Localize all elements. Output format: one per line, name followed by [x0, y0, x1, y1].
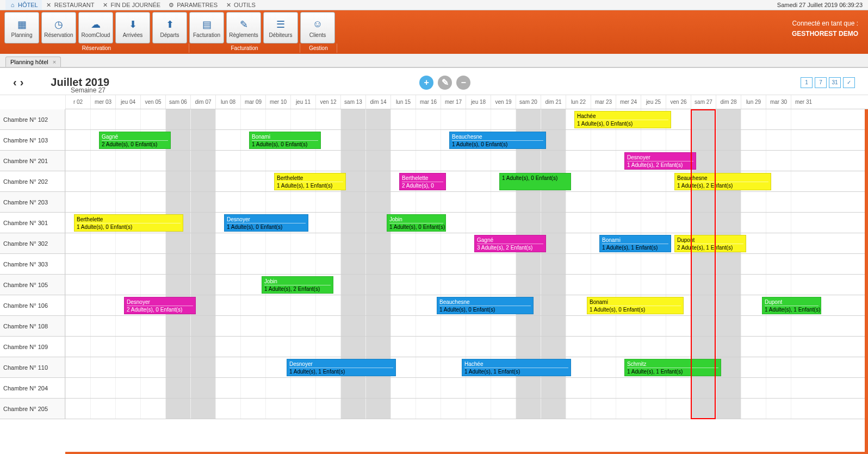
day-header-cell: mar 16 [416, 95, 441, 109]
ribbon-group-facturation: Facturation [189, 43, 300, 53]
add-reservation-button[interactable]: + [419, 76, 433, 90]
current-datetime: Samedi 27 Juillet 2019 06:39:23 [777, 2, 863, 8]
right-scrollbar[interactable] [865, 109, 868, 454]
ribbon-icon: ▤ [199, 18, 214, 31]
ribbon-button-label: Réservation [44, 32, 73, 38]
ribbon-button-label: Arrivées [123, 32, 143, 38]
ribbon-button-label: Départs [160, 32, 179, 38]
reservation-occupancy: 1 Adulte(s), 2 Enfant(s) [677, 182, 768, 189]
next-month-button[interactable]: › [20, 76, 24, 89]
week-label: Semaine 27 [71, 86, 106, 94]
menu-icon: ⌂ [9, 2, 16, 8]
reservation-guest-name: Desnoyer [289, 360, 393, 368]
tab-close-button[interactable]: × [53, 59, 56, 65]
reservation-event[interactable]: Desnoyer1 Adulte(s), 0 Enfant(s) [224, 214, 308, 232]
day-header-cell: lun 29 [741, 95, 766, 109]
day-header-cell: mer 03 [90, 95, 115, 109]
menu-item-label: OUTILS [234, 2, 256, 8]
reservation-event[interactable]: Schmitz1 Adulte(s), 1 Enfant(s) [624, 359, 721, 376]
tab-planning-hotel[interactable]: Planning hôtel × [5, 57, 61, 67]
ribbon-icon: ✎ [236, 18, 251, 31]
menu-fin-de-journée[interactable]: ✕FIN DE JOURNÉE [98, 0, 164, 10]
reservation-occupancy: 1 Adulte(s), 1 Enfant(s) [277, 182, 343, 189]
ribbon-icon: ☁ [88, 18, 103, 31]
reservation-event[interactable]: Beauchesne1 Adulte(s), 0 Enfant(s) [437, 297, 534, 314]
room-label: Chambre N° 205 [0, 399, 65, 419]
reservation-event[interactable]: Berthelette1 Adulte(s), 1 Enfant(s) [274, 173, 346, 190]
menu-icon: ⚙ [168, 2, 175, 8]
room-label: Chambre N° 202 [0, 171, 65, 192]
view-button-1[interactable]: 1 [801, 77, 813, 88]
reservation-occupancy: 1 Adulte(s), 1 Enfant(s) [464, 368, 568, 375]
room-label: Chambre N° 302 [0, 233, 65, 254]
menu-item-label: FIN DE JOURNÉE [110, 2, 160, 8]
ribbon-button-label: Règlements [229, 32, 258, 38]
reservation-event[interactable]: Beauchesne1 Adulte(s), 2 Enfant(s) [674, 173, 771, 190]
reservation-event[interactable]: Berthelette1 Adulte(s), 0 Enfant(s) [74, 214, 183, 232]
bottom-scrollbar[interactable] [65, 452, 865, 454]
reservation-event[interactable]: Bonami1 Adulte(s), 0 Enfant(s) [249, 132, 321, 149]
ribbon-icon: ⬆ [162, 18, 177, 31]
ribbon-roomcloud[interactable]: ☁RoomCloud [78, 12, 113, 43]
ribbon-arrivees[interactable]: ⬇Arrivées [115, 12, 150, 43]
room-label: Chambre N° 105 [0, 275, 65, 295]
reservation-occupancy: 2 Adulte(s), 1 Enfant(s) [677, 244, 743, 251]
day-header-row: r 02mer 03jeu 04ven 05sam 06dim 07lun 08… [65, 95, 868, 109]
reservation-guest-name: Desnoyer [127, 298, 193, 306]
menu-hôtel[interactable]: ⌂HÔTEL [5, 0, 42, 10]
ribbon-reservation[interactable]: ◷Réservation [41, 12, 76, 43]
connected-user: GESTHOREST DEMO [792, 29, 858, 39]
reservation-occupancy: 1 Adulte(s), 2 Enfant(s) [627, 161, 693, 169]
reservation-event[interactable]: Desnoyer1 Adulte(s), 2 Enfant(s) [624, 152, 696, 170]
reservation-guest-name: Dupont [765, 298, 819, 306]
reservation-guest-name: Hachée [464, 360, 568, 368]
reservation-event[interactable]: Gagné2 Adulte(s), 0 Enfant(s) [99, 132, 171, 149]
day-header-cell: ven 19 [491, 95, 516, 109]
view-button-31[interactable]: 31 [829, 77, 841, 88]
reservation-event[interactable]: Hachée1 Adulte(s), 1 Enfant(s) [462, 359, 571, 376]
menu-parametres[interactable]: ⚙PARAMETRES [164, 0, 221, 10]
reservation-occupancy: 3 Adulte(s), 2 Enfant(s) [477, 244, 543, 251]
reservation-event[interactable]: 1 Adulte(s), 0 Enfant(s) [499, 173, 571, 190]
view-button-✓[interactable]: ✓ [843, 77, 855, 88]
ribbon-debiteurs[interactable]: ☰Débiteurs [263, 12, 298, 43]
reservation-occupancy: 1 Adulte(s), 0 Enfant(s) [227, 223, 306, 231]
edit-reservation-button[interactable]: ✎ [438, 76, 452, 90]
reservation-event[interactable]: Berthelette2 Adulte(s), 0 [399, 173, 446, 190]
reservation-event[interactable]: Dupont2 Adulte(s), 1 Enfant(s) [674, 235, 746, 252]
prev-month-button[interactable]: ‹ [13, 76, 17, 89]
reservation-event[interactable]: Beauchesne1 Adulte(s), 0 Enfant(s) [449, 132, 546, 149]
day-header-cell: jeu 04 [115, 95, 140, 109]
reservation-event[interactable]: Gagné3 Adulte(s), 2 Enfant(s) [474, 235, 546, 252]
reservation-guest-name: Gagné [477, 237, 543, 244]
ribbon-icon: ▦ [14, 18, 29, 31]
reservation-occupancy: 1 Adulte(s), 0 Enfant(s) [439, 306, 531, 313]
reservation-event[interactable]: Bonami1 Adulte(s), 0 Enfant(s) [587, 297, 684, 314]
menu-outils[interactable]: ✕OUTILS [221, 0, 259, 10]
delete-reservation-button[interactable]: − [456, 76, 470, 90]
reservation-event[interactable]: Dupont1 Adulte(s), 1 Enfant(s) [762, 297, 821, 314]
reservation-guest-name: Jobin [389, 216, 443, 223]
room-label: Chambre N° 106 [0, 295, 65, 316]
reservation-event[interactable]: Desnoyer1 Adulte(s), 1 Enfant(s) [287, 359, 396, 376]
reservation-event[interactable]: Jobin1 Adulte(s), 0 Enfant(s) [387, 214, 446, 232]
reservation-event[interactable]: Hachée1 Adulte(s), 0 Enfant(s) [574, 111, 671, 128]
ribbon-departs[interactable]: ⬆Départs [152, 12, 187, 43]
reservation-occupancy: 1 Adulte(s), 2 Enfant(s) [264, 285, 331, 293]
day-header-cell: mar 30 [766, 95, 791, 109]
room-label: Chambre N° 204 [0, 378, 65, 399]
reservation-event[interactable]: Bonami1 Adulte(s), 1 Enfant(s) [599, 235, 671, 252]
ribbon-reglements[interactable]: ✎Règlements [226, 12, 261, 43]
connected-label: Connecté en tant que : [792, 18, 858, 29]
room-label: Chambre N° 301 [0, 213, 65, 233]
reservation-event[interactable]: Desnoyer2 Adulte(s), 0 Enfant(s) [124, 297, 196, 314]
menu-restaurant[interactable]: ✕RESTAURANT [42, 0, 98, 10]
ribbon-planning[interactable]: ▦Planning [4, 12, 39, 43]
reservation-event[interactable]: Jobin1 Adulte(s), 2 Enfant(s) [262, 276, 333, 294]
ribbon-facturation[interactable]: ▤Facturation [189, 12, 224, 43]
reservation-guest-name: Desnoyer [627, 154, 693, 161]
menu-item-label: PARAMETRES [177, 2, 218, 8]
ribbon-clients[interactable]: ☺Clients [300, 12, 335, 43]
view-button-7[interactable]: 7 [815, 77, 827, 88]
reservation-occupancy: 1 Adulte(s), 1 Enfant(s) [765, 306, 819, 313]
